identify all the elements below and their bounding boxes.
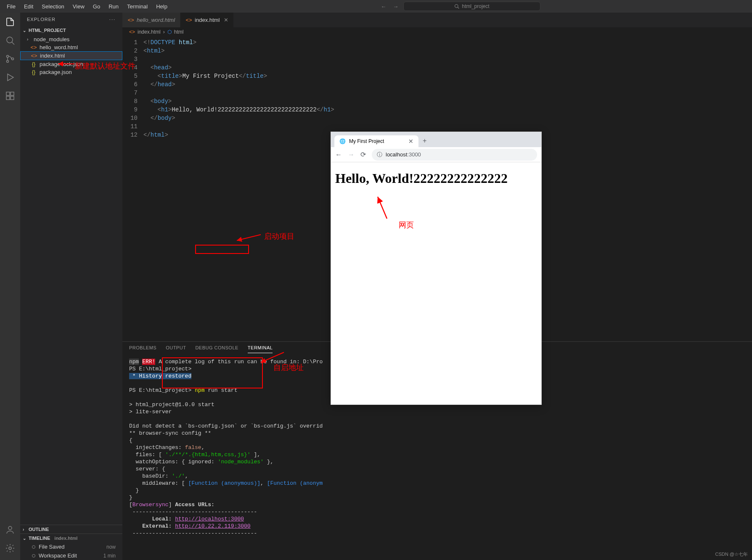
svg-rect-8 — [6, 92, 10, 95]
tab-label: hello_word.html — [137, 17, 175, 23]
svg-point-6 — [12, 58, 14, 60]
project-name: HTML_PROJECT — [29, 28, 66, 33]
search-icon — [454, 4, 459, 9]
svg-point-0 — [455, 5, 458, 8]
timeline-item[interactable]: Workspace Edit 1 min — [20, 551, 122, 560]
svg-line-1 — [458, 7, 459, 8]
timeline-header[interactable]: ⌄ TIMELINE index.html — [20, 534, 122, 542]
sidebar: EXPLORER ··· ⌄ HTML_PROJECT › node_modul… — [20, 13, 122, 560]
menu-file[interactable]: File — [3, 2, 19, 11]
new-tab-button[interactable]: + — [418, 135, 431, 147]
line-numbers: 123456789101112 — [122, 38, 143, 340]
menu-selection[interactable]: Selection — [38, 2, 67, 11]
browser-tab[interactable]: 🌐 My First Project ✕ — [334, 135, 418, 147]
browser-back-icon[interactable]: ← — [335, 151, 342, 158]
command-center[interactable]: html_project — [403, 2, 540, 11]
svg-rect-10 — [11, 96, 14, 100]
breadcrumb[interactable]: <> index.html › ⬡ html — [122, 27, 752, 37]
timeline-item[interactable]: File Saved now — [20, 542, 122, 551]
account-icon[interactable] — [5, 525, 15, 535]
file-index-html[interactable]: <> index.html — [20, 51, 122, 60]
panel-tab-problems[interactable]: PROBLEMS — [129, 345, 156, 353]
svg-marker-7 — [8, 74, 13, 81]
svg-point-4 — [7, 55, 9, 58]
nav-forward-icon[interactable]: → — [393, 3, 398, 10]
debug-icon[interactable] — [5, 72, 15, 82]
project-header[interactable]: ⌄ HTML_PROJECT — [20, 26, 122, 34]
json-icon: {} — [30, 61, 37, 67]
more-icon[interactable]: ··· — [109, 17, 116, 22]
explorer-icon[interactable] — [5, 17, 15, 27]
browser-tabbar: 🌐 My First Project ✕ + — [331, 132, 541, 147]
settings-icon[interactable] — [5, 543, 15, 553]
browser-tab-title: My First Project — [349, 138, 384, 144]
browser-forward-icon[interactable]: → — [348, 151, 355, 158]
editor-tabs: <> hello_word.html <> index.html ✕ — [122, 13, 752, 27]
panel-tab-debug[interactable]: DEBUG CONSOLE — [195, 345, 238, 353]
svg-point-5 — [7, 61, 9, 63]
breadcrumb-file: index.html — [138, 29, 161, 35]
outline-label: OUTLINE — [29, 527, 49, 532]
close-icon[interactable]: ✕ — [408, 138, 413, 145]
close-icon[interactable]: ✕ — [224, 17, 228, 23]
menu-go[interactable]: Go — [90, 2, 103, 11]
file-package-lock[interactable]: {} package-lock.json — [20, 60, 122, 68]
explorer-title: EXPLORER — [27, 17, 56, 22]
folder-node-modules[interactable]: › node_modules — [20, 35, 122, 43]
timeline-item-time: now — [106, 544, 116, 550]
timeline-label: TIMELINE — [29, 536, 50, 541]
panel-tab-output[interactable]: OUTPUT — [166, 345, 186, 353]
chevron-right-icon: › — [163, 29, 165, 35]
tab-hello-word[interactable]: <> hello_word.html — [122, 13, 180, 27]
html-icon: <> — [31, 53, 37, 59]
outline-header[interactable]: › OUTLINE — [20, 525, 122, 534]
html-icon: <> — [185, 17, 192, 23]
menu-view[interactable]: View — [69, 2, 88, 11]
source-control-icon[interactable] — [5, 54, 15, 64]
circle-icon — [32, 545, 35, 549]
url-host: localhost — [386, 151, 407, 158]
file-label: package.json — [40, 69, 72, 75]
file-label: node_modules — [34, 36, 69, 42]
menu-terminal[interactable]: Terminal — [124, 2, 151, 11]
json-icon: {} — [30, 69, 37, 75]
html-icon: <> — [129, 29, 135, 35]
svg-point-2 — [7, 37, 13, 43]
html-icon: <> — [30, 44, 37, 50]
menu-run[interactable]: Run — [105, 2, 122, 11]
timeline-item-time: 1 min — [103, 553, 116, 559]
page-heading: Hello, World!22222222222222 — [335, 171, 537, 186]
menu-help[interactable]: Help — [153, 2, 171, 11]
tab-label: index.html — [195, 17, 220, 23]
watermark: CSDN @☆七年 — [715, 551, 748, 557]
browser-content: Hello, World!22222222222222 — [331, 162, 541, 195]
chevron-down-icon: ⌄ — [23, 28, 27, 33]
file-package-json[interactable]: {} package.json — [20, 68, 122, 76]
globe-icon: 🌐 — [339, 138, 346, 144]
browser-url-bar[interactable]: ⓘ localhost:3000 — [372, 149, 537, 161]
html-icon: <> — [127, 17, 134, 23]
symbol-icon: ⬡ — [167, 29, 172, 35]
chevron-right-icon: › — [23, 527, 27, 532]
url-port: :3000 — [407, 151, 421, 158]
menu-edit[interactable]: Edit — [21, 2, 37, 11]
svg-rect-11 — [11, 92, 14, 95]
timeline-file: index.html — [54, 536, 77, 541]
browser-window: 🌐 My First Project ✕ + ← → ⟳ ⓘ localhost… — [331, 132, 542, 405]
panel-tab-terminal[interactable]: TERMINAL — [248, 345, 273, 353]
menubar: File Edit Selection View Go Run Terminal… — [0, 0, 752, 13]
browser-reload-icon[interactable]: ⟳ — [360, 151, 366, 158]
search-activity-icon[interactable] — [5, 35, 15, 45]
tab-index-html[interactable]: <> index.html ✕ — [180, 13, 234, 27]
file-hello-word[interactable]: <> hello_word.html — [20, 43, 122, 51]
nav-back-icon[interactable]: ← — [381, 3, 386, 10]
svg-line-3 — [12, 42, 14, 45]
file-label: index.html — [40, 53, 65, 59]
file-label: package-lock.json — [40, 61, 83, 67]
timeline-item-label: File Saved — [39, 544, 64, 550]
activity-bar — [0, 13, 20, 560]
timeline-item-label: Workspace Edit — [39, 552, 77, 559]
extensions-icon[interactable] — [5, 91, 15, 101]
search-text: html_project — [462, 3, 489, 9]
browser-toolbar: ← → ⟳ ⓘ localhost:3000 — [331, 147, 541, 162]
